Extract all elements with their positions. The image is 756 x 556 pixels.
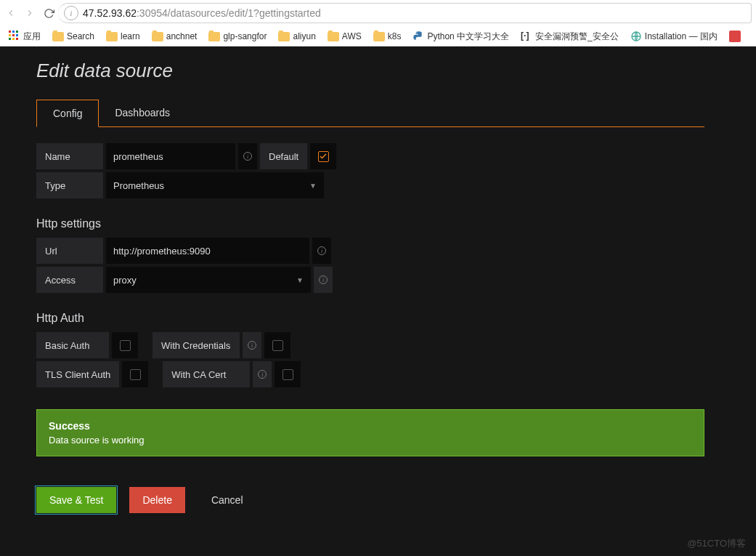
info-icon[interactable]: i bbox=[253, 361, 272, 387]
brackets-icon: [·] bbox=[521, 31, 532, 42]
ca-cert-label: With CA Cert bbox=[163, 361, 250, 387]
type-label: Type bbox=[36, 172, 103, 198]
folder-icon bbox=[152, 32, 163, 41]
info-icon[interactable]: i bbox=[238, 143, 257, 169]
bookmark-search[interactable]: Search bbox=[48, 30, 99, 43]
access-label: Access bbox=[36, 267, 103, 293]
back-icon[interactable] bbox=[4, 7, 17, 20]
save-test-button[interactable]: Save & Test bbox=[36, 487, 116, 513]
watermark: @51CTO博客 bbox=[687, 537, 746, 550]
default-checkbox[interactable] bbox=[310, 143, 336, 169]
site-info-icon[interactable]: i bbox=[64, 6, 78, 20]
bookmark-anchnet[interactable]: anchnet bbox=[147, 30, 202, 43]
apps-icon bbox=[9, 31, 20, 42]
info-icon[interactable]: i bbox=[243, 332, 261, 358]
access-select[interactable]: proxy▼ bbox=[106, 267, 311, 293]
http-auth-heading: Http Auth bbox=[36, 312, 756, 325]
forward-icon[interactable] bbox=[23, 7, 36, 20]
credentials-label: With Credentials bbox=[153, 332, 240, 358]
folder-icon bbox=[328, 32, 339, 41]
folder-icon bbox=[373, 32, 385, 41]
ca-cert-checkbox[interactable] bbox=[275, 361, 301, 387]
browser-chrome: i 47.52.93.62:30954/datasources/edit/1?g… bbox=[0, 0, 756, 47]
bookmark-aws[interactable]: AWS bbox=[323, 30, 366, 43]
alert-message: Data source is working bbox=[49, 435, 692, 446]
bookmark-more[interactable] bbox=[725, 29, 745, 44]
delete-button[interactable]: Delete bbox=[129, 487, 184, 513]
bookmarks-bar: 应用 Search learn anchnet glp-sangfor aliy… bbox=[0, 26, 756, 47]
bookmark-learn[interactable]: learn bbox=[102, 30, 145, 43]
alert-success: Success Data source is working bbox=[36, 409, 704, 456]
basic-auth-checkbox[interactable] bbox=[112, 332, 138, 358]
folder-icon bbox=[278, 32, 290, 41]
bookmark-aliyun[interactable]: aliyun bbox=[274, 30, 320, 43]
url-text: 47.52.93.62:30954/datasources/edit/1?get… bbox=[83, 7, 321, 19]
svg-point-0 bbox=[417, 33, 418, 33]
reload-icon[interactable] bbox=[42, 7, 55, 20]
tls-auth-label: TLS Client Auth bbox=[36, 361, 119, 387]
name-label: Name bbox=[36, 143, 103, 169]
basic-auth-label: Basic Auth bbox=[36, 332, 109, 358]
info-icon[interactable]: i bbox=[312, 238, 331, 264]
bookmark-security[interactable]: [·]安全漏洞预警_安全公 bbox=[516, 29, 623, 44]
bookmark-k8s[interactable]: k8s bbox=[369, 30, 406, 43]
chevron-down-icon: ▼ bbox=[309, 182, 317, 190]
url-input[interactable] bbox=[106, 238, 309, 264]
http-settings-heading: Http settings bbox=[36, 217, 756, 230]
globe-icon bbox=[630, 31, 642, 42]
red-icon bbox=[729, 31, 741, 42]
url-label: Url bbox=[36, 238, 103, 264]
default-label: Default bbox=[260, 143, 307, 169]
alert-title: Success bbox=[49, 420, 692, 432]
info-icon[interactable]: i bbox=[314, 267, 333, 293]
page-title: Edit data source bbox=[36, 60, 756, 82]
cancel-button[interactable]: Cancel bbox=[198, 487, 256, 513]
url-bar[interactable]: i 47.52.93.62:30954/datasources/edit/1?g… bbox=[58, 3, 752, 23]
page-content: Edit data source Config Dashboards Name … bbox=[0, 47, 756, 556]
type-select[interactable]: Prometheus▼ bbox=[106, 172, 324, 198]
chevron-down-icon: ▼ bbox=[296, 276, 304, 284]
tabs: Config Dashboards bbox=[36, 100, 704, 127]
name-input[interactable] bbox=[106, 143, 235, 169]
bookmark-glp[interactable]: glp-sangfor bbox=[204, 30, 271, 43]
bookmark-install[interactable]: Installation — 国内 bbox=[626, 29, 722, 44]
apps-button[interactable]: 应用 bbox=[4, 29, 45, 44]
python-icon bbox=[412, 31, 424, 42]
tab-dashboards[interactable]: Dashboards bbox=[99, 100, 186, 126]
credentials-checkbox[interactable] bbox=[264, 332, 290, 358]
tab-config[interactable]: Config bbox=[36, 100, 99, 127]
bookmark-python[interactable]: Python 中文学习大全 bbox=[408, 29, 513, 44]
tls-auth-checkbox[interactable] bbox=[122, 361, 148, 387]
folder-icon bbox=[52, 32, 64, 41]
folder-icon bbox=[106, 32, 118, 41]
folder-icon bbox=[208, 32, 220, 41]
